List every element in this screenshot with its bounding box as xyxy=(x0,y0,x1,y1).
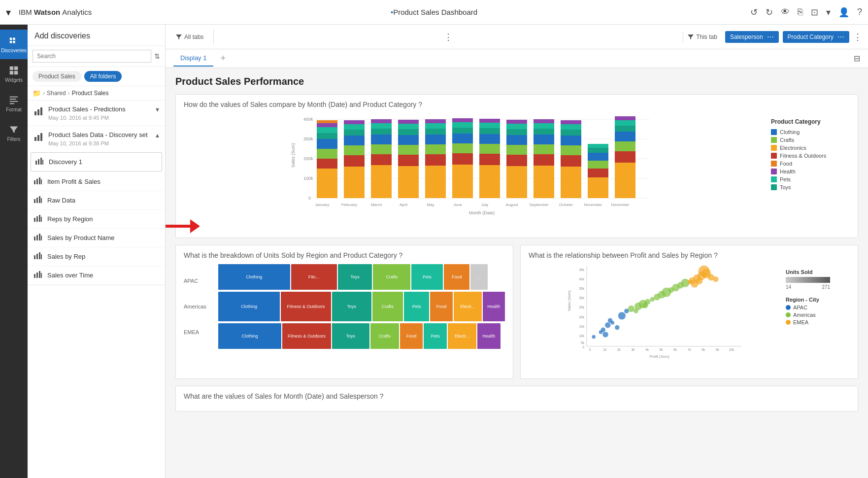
sort-icon[interactable]: ⇅ xyxy=(154,52,160,60)
sidebar-icons: Discoveries Widgets Format Filters xyxy=(0,25,28,478)
legend-item-crafts: Crafts xyxy=(771,137,850,143)
svg-rect-35 xyxy=(36,235,38,240)
legend-item-toys: Toys xyxy=(771,184,850,190)
legend-color-health xyxy=(771,169,777,174)
treemap-wrapper: APAC Americas EMEA Clothing Fitn... Toys… xyxy=(184,264,505,349)
discovery-item-5[interactable]: Sales by Product Name xyxy=(28,229,165,247)
svg-rect-23 xyxy=(36,179,38,184)
svg-text:June: June xyxy=(453,203,462,207)
tab-display1[interactable]: Display 1 xyxy=(173,50,213,67)
svg-text:30k: 30k xyxy=(579,296,584,300)
svg-rect-44 xyxy=(39,271,40,278)
svg-rect-17 xyxy=(40,133,42,141)
americas-health: Health xyxy=(483,292,505,321)
filter-this-tab-icon xyxy=(687,34,694,40)
filter-all-tabs[interactable]: All tabs xyxy=(171,34,207,40)
filter-chip-salesperson[interactable]: Salesperson ⋯ xyxy=(725,31,779,43)
undo-icon[interactable]: ↺ xyxy=(750,7,758,18)
item-chart-icon-2 xyxy=(33,176,42,187)
toolbar-more-icon[interactable]: ⋮ xyxy=(444,32,453,42)
svg-rect-97 xyxy=(452,128,473,134)
legend-item-health: Health xyxy=(771,169,850,174)
svg-text:May: May xyxy=(427,203,434,207)
region-label-americas: Americas xyxy=(184,304,213,309)
legend-color-crafts xyxy=(771,137,777,143)
group-discovery-set-header[interactable]: Product Sales Data - Discovery set May 1… xyxy=(28,126,165,151)
menu-chevron-icon[interactable]: ▾ xyxy=(6,6,11,18)
discovery-item-1[interactable]: Discovery 1 xyxy=(31,152,162,171)
region-emea: EMEA xyxy=(786,319,850,325)
help-icon[interactable]: ? xyxy=(857,7,862,17)
tab-product-sales[interactable]: Product Sales xyxy=(33,71,81,82)
svg-rect-26 xyxy=(34,199,35,203)
discoveries-icon xyxy=(8,35,19,46)
svg-rect-74 xyxy=(371,144,392,154)
svg-rect-137 xyxy=(615,132,635,141)
svg-rect-39 xyxy=(36,254,38,259)
redo-icon[interactable]: ↻ xyxy=(766,7,773,18)
toolbar-filter-right-icon[interactable]: ⋮ xyxy=(853,32,862,42)
svg-rect-22 xyxy=(34,180,35,184)
svg-rect-116 xyxy=(534,144,554,154)
legend-item-clothing: Clothing xyxy=(771,129,850,135)
discovery-item-3[interactable]: Raw Data xyxy=(28,191,165,210)
svg-rect-122 xyxy=(561,155,581,167)
discovery-item-6[interactable]: Sales by Rep xyxy=(28,247,165,266)
svg-rect-128 xyxy=(588,177,608,198)
tab-filter-icon[interactable]: ⊟ xyxy=(854,54,860,63)
svg-rect-84 xyxy=(398,124,419,129)
screen-icon[interactable]: ⊡ xyxy=(811,7,818,18)
group-predictions-header[interactable]: Product Sales - Predictions May 10, 2016… xyxy=(28,101,165,126)
svg-text:Profit (Sum): Profit (Sum) xyxy=(649,354,669,359)
item-label-3: Raw Data xyxy=(47,197,75,204)
search-input[interactable] xyxy=(33,50,151,63)
svg-text:5k: 5k xyxy=(660,348,664,351)
legend-title: Product Category xyxy=(771,118,850,125)
filter-this-tab[interactable]: This tab xyxy=(683,32,721,42)
svg-rect-98 xyxy=(452,122,473,128)
svg-rect-67 xyxy=(344,145,365,155)
svg-rect-19 xyxy=(38,159,39,165)
svg-rect-11 xyxy=(10,103,14,104)
sidebar-item-filters[interactable]: Filters xyxy=(0,118,28,148)
chevron-down-icon[interactable]: ▾ xyxy=(826,7,831,18)
view-icon[interactable]: 👁 xyxy=(781,7,790,17)
discovery-item-4[interactable]: Reps by Region xyxy=(28,210,165,229)
svg-rect-117 xyxy=(534,135,554,144)
discovery-item-2[interactable]: Item Profit & Sales xyxy=(28,172,165,191)
svg-text:October: October xyxy=(559,203,573,207)
tab-all-folders[interactable]: All folders xyxy=(84,71,122,82)
svg-rect-127 xyxy=(561,120,581,124)
sidebar-item-widgets[interactable]: Widgets xyxy=(0,59,28,89)
svg-text:20k: 20k xyxy=(579,315,584,319)
legend-color-toys xyxy=(771,184,777,190)
filter-chip-product-category[interactable]: Product Category ⋯ xyxy=(783,31,849,43)
svg-point-199 xyxy=(642,303,648,308)
discovery-item-7[interactable]: Sales over Time xyxy=(28,266,165,285)
share-icon[interactable]: ⎘ xyxy=(798,7,803,17)
chart-card-scatter: What is the relationship between Profit … xyxy=(520,245,858,379)
svg-rect-63 xyxy=(317,123,337,127)
svg-point-212 xyxy=(699,266,710,277)
dot-americas xyxy=(786,312,791,317)
legend-color-clothing xyxy=(771,129,777,135)
chip-more-icon-2[interactable]: ⋯ xyxy=(837,33,844,41)
collapse-icon[interactable]: ▾ xyxy=(156,105,159,113)
svg-rect-37 xyxy=(41,236,42,240)
expand-icon[interactable]: ▴ xyxy=(156,131,159,139)
svg-rect-99 xyxy=(452,118,473,122)
sidebar-item-discoveries[interactable]: Discoveries xyxy=(0,30,28,59)
breadcrumb: 📁 › Shared › Product Sales xyxy=(28,86,165,101)
svg-rect-90 xyxy=(425,129,446,135)
svg-rect-95 xyxy=(452,143,473,153)
svg-rect-100 xyxy=(479,165,500,198)
account-icon[interactable]: 👤 xyxy=(838,7,849,18)
group-predictions: Product Sales - Predictions May 10, 2016… xyxy=(28,101,165,126)
group-discovery-set: Product Sales Data - Discovery set May 1… xyxy=(28,126,165,285)
tab-add-button[interactable]: + xyxy=(213,49,233,68)
sidebar-item-format[interactable]: Format xyxy=(0,89,28,118)
svg-point-211 xyxy=(696,278,702,284)
bar-chart-main: 400k 300k 200k 100k 0 Sales (Sum) xyxy=(184,113,765,232)
svg-rect-132 xyxy=(588,148,608,153)
chip-more-icon[interactable]: ⋯ xyxy=(767,33,774,41)
